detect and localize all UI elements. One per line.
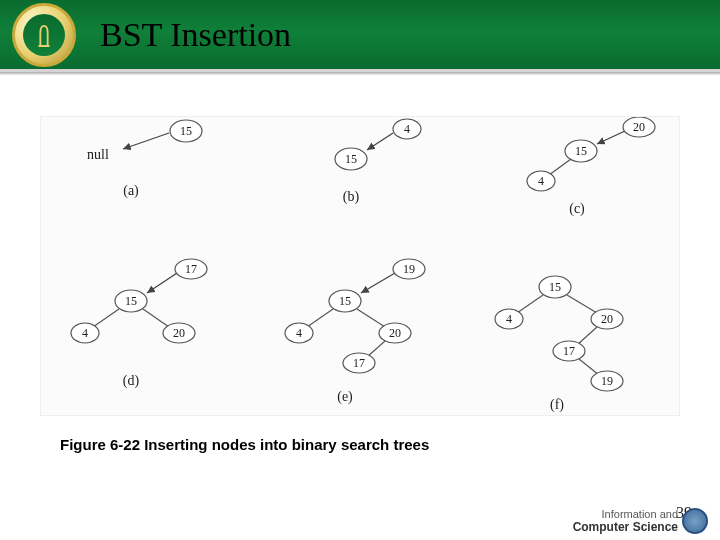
node-new: 20	[633, 120, 645, 134]
panel-b: 15 4 (b)	[259, 117, 449, 217]
panel-a: null 15 (a)	[51, 117, 241, 207]
svg-line-0	[123, 133, 169, 149]
node-new: 17	[185, 262, 197, 276]
svg-line-8	[597, 131, 625, 144]
node-root: 15	[575, 144, 587, 158]
node-new: 19	[403, 262, 415, 276]
svg-line-22	[367, 341, 385, 357]
node-left: 4	[506, 312, 512, 326]
slide-header: BST Insertion	[0, 0, 720, 72]
node-rl: 17	[563, 344, 575, 358]
node-root: 15	[339, 294, 351, 308]
svg-line-13	[143, 309, 169, 327]
panel-f: 15 4 20 17 19 (f)	[477, 257, 687, 427]
logo-inner	[23, 14, 65, 56]
node-root: 15	[345, 152, 357, 166]
svg-line-31	[577, 327, 597, 345]
svg-line-11	[93, 309, 119, 327]
node-left: 4	[538, 174, 544, 188]
node-right: 20	[601, 312, 613, 326]
node-right: 20	[389, 326, 401, 340]
figure-area: null 15 (a) 15 4 (b) 15 4 20 (c)	[40, 116, 680, 416]
node-root: 15	[549, 280, 561, 294]
panel-label: (d)	[123, 373, 140, 389]
node-new: 4	[404, 122, 410, 136]
footer-line2: Computer Science	[573, 520, 678, 534]
panel-c: 15 4 20 (c)	[477, 117, 677, 227]
panel-d: 15 4 20 17 (d)	[51, 257, 251, 407]
svg-line-24	[361, 273, 395, 293]
svg-line-20	[357, 309, 385, 327]
svg-line-18	[307, 309, 333, 327]
node-value: 15	[180, 124, 192, 138]
node-rl: 17	[353, 356, 365, 370]
svg-line-27	[517, 295, 543, 313]
svg-line-33	[579, 359, 599, 375]
panel-label: (b)	[343, 189, 360, 205]
figure-caption: Figure 6-22 Inserting nodes into binary …	[60, 436, 429, 453]
null-text: null	[87, 147, 109, 162]
svg-line-29	[567, 295, 597, 313]
node-left: 4	[82, 326, 88, 340]
svg-line-15	[147, 273, 177, 293]
svg-line-6	[549, 159, 571, 175]
node-right: 20	[173, 326, 185, 340]
svg-line-3	[367, 133, 393, 150]
panel-e: 15 4 20 17 19 (e)	[259, 257, 469, 417]
ics-mark-icon	[682, 508, 708, 534]
slide-title: BST Insertion	[100, 16, 291, 54]
university-logo	[12, 3, 76, 67]
node-root: 15	[125, 294, 137, 308]
footer-line1: Information and	[573, 508, 678, 520]
lamp-icon	[33, 22, 55, 48]
node-left: 4	[296, 326, 302, 340]
panel-label: (f)	[550, 397, 564, 413]
footer-logo: Information and Computer Science	[573, 508, 708, 534]
panel-label: (e)	[337, 389, 353, 405]
node-rlr: 19	[601, 374, 613, 388]
panel-label: (a)	[123, 183, 139, 199]
panel-label: (c)	[569, 201, 585, 217]
